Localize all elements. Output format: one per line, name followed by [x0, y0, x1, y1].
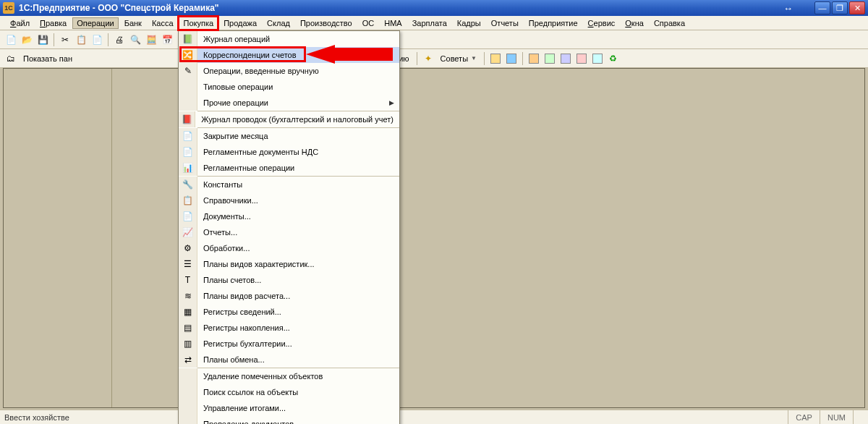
menu-item-icon: 📄 [179, 128, 197, 144]
menu-item[interactable]: ≋Планы видов расчета... [179, 288, 399, 304]
find-icon[interactable]: 🔍 [129, 33, 142, 46]
menu-item-label: Прочие операции [197, 98, 389, 107]
menu-item-label: Управление итогами... [197, 404, 399, 412]
copy-icon[interactable]: 📋 [75, 33, 88, 46]
close-button[interactable]: ✕ [849, 1, 865, 14]
menu-item-label: Обработки... [197, 244, 399, 253]
menu-item-склад[interactable]: Склад [263, 17, 294, 29]
menu-item-icon: 📋 [179, 192, 197, 208]
menu-item[interactable]: Проведение документов... [179, 416, 399, 424]
report5-icon[interactable] [591, 52, 604, 65]
menu-item-производство[interactable]: Производство [296, 17, 357, 29]
menu-item[interactable]: ⇄Планы обмена... [179, 352, 399, 368]
docs-icon[interactable] [505, 52, 518, 65]
menu-item[interactable]: 📄Документы... [179, 208, 399, 224]
calendar-icon[interactable]: 📅 [161, 33, 174, 46]
menu-item[interactable]: ▦Регистры сведений... [179, 304, 399, 320]
menu-item[interactable]: ТПланы счетов... [179, 272, 399, 288]
menu-item[interactable]: 📗Журнал операций [179, 31, 399, 47]
menu-item[interactable]: ☰Планы видов характеристик... [179, 256, 399, 272]
menu-item[interactable]: 📄Закрытие месяца [179, 128, 399, 144]
menu-item-продажа[interactable]: Продажа [219, 17, 261, 29]
menu-item-справка[interactable]: Справка [650, 17, 689, 29]
menu-item[interactable]: 📕Журнал проводок (бухгалтерский и налого… [179, 111, 399, 127]
menu-item-icon: 📕 [179, 111, 195, 127]
report-icon[interactable] [527, 52, 540, 65]
menu-item-icon: 📊 [179, 160, 197, 176]
menu-item-label: Регламентные документы НДС [197, 148, 399, 156]
menu-item[interactable]: Удаление помеченных объектов [179, 368, 399, 384]
expand-icon[interactable]: ↔ [783, 3, 793, 14]
menu-item[interactable]: 📋Справочники... [179, 192, 399, 208]
menu-item-касса[interactable]: Касса [148, 17, 178, 29]
maximize-button[interactable]: ❐ [832, 1, 848, 14]
menu-item-нма[interactable]: НМА [380, 17, 406, 29]
menu-item[interactable]: Поиск ссылок на объекты [179, 384, 399, 400]
show-panel-button[interactable]: Показать пан [20, 51, 75, 66]
tips-icon[interactable]: ✦ [422, 52, 435, 65]
panel-icon[interactable]: 🗂 [4, 52, 17, 65]
chevron-down-icon: ▼ [471, 55, 477, 62]
separator [417, 52, 417, 65]
menu-item[interactable]: 📈Отчеты... [179, 224, 399, 240]
menu-item-icon: 📈 [179, 224, 197, 240]
menu-item-кна[interactable]: Окна [621, 17, 648, 29]
menu-item-label: Поиск ссылок на объекты [197, 388, 399, 397]
menu-item-icon: ⇄ [179, 352, 197, 368]
menu-item-ос[interactable]: ОС [358, 17, 379, 29]
print-icon[interactable]: 🖨 [113, 33, 126, 46]
menu-item[interactable]: ✎Операции, введенные вручную [179, 63, 399, 79]
menu-item-операции[interactable]: Операции [72, 17, 118, 29]
save-icon[interactable]: 💾 [36, 33, 49, 46]
cut-icon[interactable]: ✂ [59, 33, 72, 46]
menu-item-label: Планы счетов... [197, 276, 399, 284]
open-icon[interactable]: 📂 [20, 33, 33, 46]
menu-item-отчеты[interactable]: Отчеты [487, 17, 523, 29]
menu-item-label: Проведение документов... [197, 420, 399, 424]
menu-item[interactable]: ▤Регистры накопления... [179, 320, 399, 336]
menu-item[interactable]: Управление итогами... [179, 400, 399, 416]
recycle-icon[interactable]: ♻ [607, 52, 620, 65]
menu-item-зарплата[interactable]: Зарплата [408, 17, 451, 29]
refs-icon[interactable] [489, 52, 502, 65]
menu-item-банк[interactable]: Банк [120, 17, 146, 29]
report2-icon[interactable] [543, 52, 556, 65]
menu-item-icon [179, 400, 197, 416]
report3-icon[interactable] [559, 52, 572, 65]
menu-item-label: Документы... [197, 212, 399, 221]
menu-item-кадры[interactable]: Кадры [453, 17, 485, 29]
menu-item[interactable]: ⚙Обработки... [179, 240, 399, 256]
menu-item-label: Регистры бухгалтерии... [197, 339, 399, 348]
menu-item-label: Корреспонденции счетов [197, 51, 399, 59]
new-icon[interactable]: 📄 [4, 33, 17, 46]
menu-item-ервис[interactable]: Сервис [584, 17, 620, 29]
menu-item[interactable]: Типовые операции [179, 79, 399, 95]
show-panel-label: Показать пан [23, 54, 72, 63]
separator [54, 33, 54, 46]
menu-item-равка[interactable]: Правка [35, 17, 71, 29]
menu-item-label: Регламентные операции [197, 164, 399, 172]
menu-item-айл[interactable]: Файл [6, 17, 34, 29]
menu-item[interactable]: Прочие операции▶ [179, 95, 399, 111]
menu-item-label: Закрытие месяца [197, 132, 399, 140]
report4-icon[interactable] [575, 52, 588, 65]
paste-icon[interactable]: 📄 [90, 33, 103, 46]
menu-item-label: Планы видов расчета... [197, 292, 399, 300]
menu-item[interactable]: 🔧Константы [179, 177, 399, 192]
menu-item[interactable]: ▥Регистры бухгалтерии... [179, 336, 399, 352]
menu-item[interactable]: 📄Регламентные документы НДС [179, 144, 399, 160]
minimize-button[interactable]: — [814, 1, 830, 14]
menu-item-icon: 📗 [179, 31, 197, 47]
menu-item-icon: 📄 [179, 144, 197, 160]
menu-item[interactable]: 📊Регламентные операции [179, 160, 399, 176]
menu-item-icon [179, 384, 197, 400]
operations-menu: 📗Журнал операций🔀Корреспонденции счетов✎… [178, 30, 400, 424]
tips-button[interactable]: Советы ▼ [438, 51, 480, 66]
status-num: NUM [820, 410, 853, 424]
menu-item-покупка[interactable]: Покупка [179, 17, 218, 29]
menu-item[interactable]: 🔀Корреспонденции счетов [179, 47, 399, 63]
menu-item-предприятие[interactable]: Предприятие [524, 17, 582, 29]
menu-item-label: Типовые операции [197, 82, 399, 91]
menu-item-icon: ▦ [179, 304, 197, 320]
calc-icon[interactable]: 🧮 [145, 33, 158, 46]
